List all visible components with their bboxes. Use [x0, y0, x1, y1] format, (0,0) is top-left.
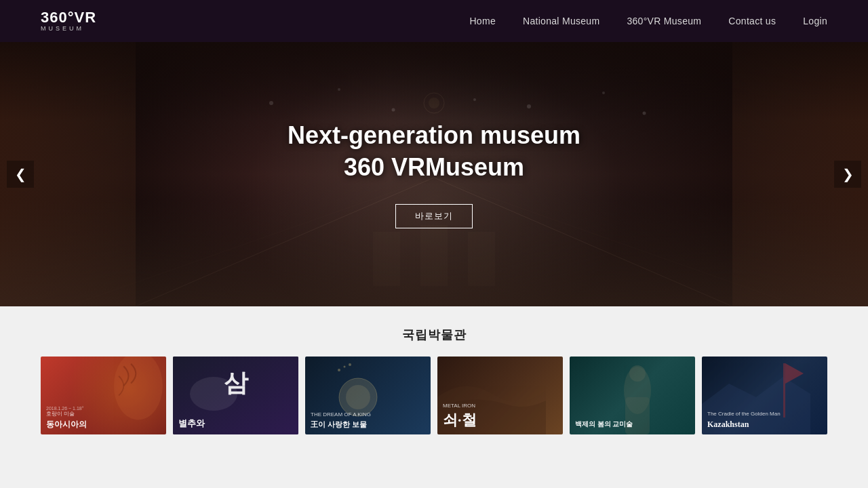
museum-card-5[interactable]: 백제의 봄의 교미술	[570, 357, 695, 434]
svg-rect-14	[420, 225, 448, 286]
card-4-sub: METAL IRON	[443, 403, 557, 409]
svg-rect-13	[373, 232, 400, 286]
svg-point-12	[429, 98, 439, 108]
card-1-overlay: 2018.1.26 ~ 1.18° 호랑이 미술 동아시아의	[41, 357, 166, 434]
museum-card-2[interactable]: 삼 별추와	[173, 357, 298, 434]
hero-next-button[interactable]: ❯	[834, 161, 861, 188]
hero-cta-button[interactable]: 바로보기	[395, 204, 473, 228]
card-3-sub: THE DREAM OF A KING	[311, 411, 425, 418]
card-5-main: 백제의 봄의 교미술	[575, 420, 690, 429]
card-6-overlay: The Cradle of the Golden Man Kazakhstan	[702, 357, 827, 434]
svg-point-1	[338, 88, 340, 91]
svg-point-3	[473, 98, 476, 101]
nav-links: Home National Museum 360°VR Museum Conta…	[469, 15, 827, 27]
card-2-overlay: 별추와	[173, 357, 298, 434]
svg-point-4	[527, 104, 531, 108]
navbar: 360°VR MUSEUM Home National Museum 360°V…	[0, 0, 868, 42]
card-3-main: 王이 사랑한 보물	[311, 420, 425, 429]
museum-card-6[interactable]: The Cradle of the Golden Man Kazakhstan	[702, 357, 827, 434]
svg-point-2	[392, 108, 395, 112]
svg-rect-15	[468, 232, 495, 286]
svg-point-0	[269, 101, 273, 105]
cards-row: 2018.1.26 ~ 1.18° 호랑이 미술 동아시아의 삼 별추와	[41, 357, 827, 434]
nav-item-national-museum[interactable]: National Museum	[523, 15, 599, 27]
nav-item-contact[interactable]: Contact us	[728, 15, 776, 27]
museum-section: 국립박물관 2018.1.26 ~ 1.18° 호랑이 미술 동아시아의	[0, 306, 868, 434]
card-1-sub: 호랑이 미술	[46, 411, 161, 418]
svg-point-5	[602, 92, 605, 94]
svg-point-11	[424, 93, 444, 113]
card-4-overlay: METAL IRON 쇠·철	[437, 357, 563, 434]
card-4-main: 쇠·철	[443, 411, 557, 429]
museum-card-1[interactable]: 2018.1.26 ~ 1.18° 호랑이 미술 동아시아의	[41, 357, 166, 434]
hero-section: ❮ Next-generation museum 360 VRMuseum 바로…	[0, 42, 868, 306]
logo-sub: MUSEUM	[41, 26, 84, 33]
card-3-overlay: THE DREAM OF A KING 王이 사랑한 보물	[305, 357, 431, 434]
museum-card-3[interactable]: THE DREAM OF A KING 王이 사랑한 보물	[305, 357, 431, 434]
logo-main: 360°VR	[41, 9, 96, 26]
card-2-main: 별추와	[178, 418, 293, 429]
card-5-overlay: 백제의 봄의 교미술	[570, 357, 695, 434]
card-1-date: 2018.1.26 ~ 1.18°	[46, 406, 161, 411]
hero-title: Next-generation museum 360 VRMuseum	[288, 120, 580, 184]
svg-point-6	[643, 112, 646, 115]
logo[interactable]: 360°VR MUSEUM	[41, 9, 96, 33]
nav-item-login[interactable]: Login	[803, 15, 827, 27]
card-6-main: Kazakhstan	[707, 420, 822, 429]
museum-card-4[interactable]: METAL IRON 쇠·철	[437, 357, 563, 434]
section-title: 국립박물관	[41, 327, 827, 343]
hero-content: Next-generation museum 360 VRMuseum 바로보기	[288, 120, 580, 228]
card-6-sub: The Cradle of the Golden Man	[707, 411, 822, 418]
nav-item-home[interactable]: Home	[469, 15, 496, 27]
card-1-main: 동아시아의	[46, 420, 161, 429]
hero-prev-button[interactable]: ❮	[7, 161, 34, 188]
nav-item-360vr-museum[interactable]: 360°VR Museum	[627, 15, 701, 27]
